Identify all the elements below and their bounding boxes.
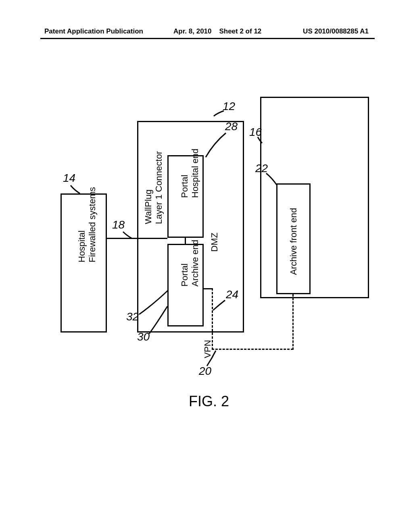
ref-12: 12 <box>223 100 235 113</box>
ref-28: 28 <box>225 120 238 133</box>
header-left: Patent Application Publication <box>44 27 143 35</box>
header-pubno: US 2010/0088285 A1 <box>303 27 369 35</box>
ref-30: 30 <box>137 330 150 343</box>
ref-14: 14 <box>63 172 75 185</box>
ref-22: 22 <box>255 162 268 175</box>
ref-24: 24 <box>226 288 238 301</box>
ref-32: 32 <box>126 310 139 323</box>
ref-16: 16 <box>249 126 262 139</box>
figure-caption: FIG. 2 <box>189 393 229 410</box>
ref-18: 18 <box>112 218 125 231</box>
ref-20: 20 <box>199 365 211 378</box>
header-sheet: Sheet 2 of 12 <box>219 27 261 35</box>
header-rule <box>40 38 375 39</box>
header-date: Apr. 8, 2010 <box>173 27 212 35</box>
page: Patent Application Publication Apr. 8, 2… <box>0 0 413 532</box>
header-middle: Apr. 8, 2010 Sheet 2 of 12 <box>173 27 261 35</box>
figure-canvas: Hospital Firewalled systems WallPlug Lay… <box>36 52 375 484</box>
